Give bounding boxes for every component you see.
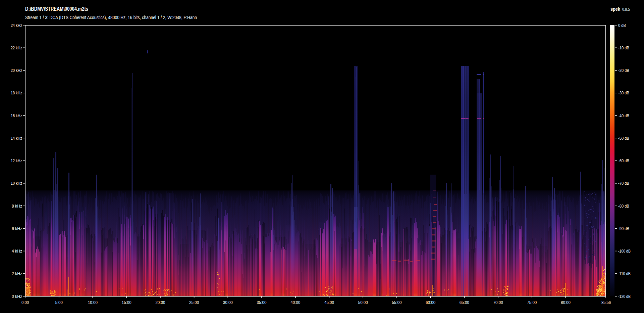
svg-text:22 kHz: 22 kHz — [11, 45, 22, 50]
svg-text:-100 dB: -100 dB — [618, 249, 631, 254]
svg-text:4 kHz: 4 kHz — [12, 249, 22, 254]
svg-text:35:00: 35:00 — [257, 300, 267, 305]
svg-text:20:00: 20:00 — [155, 300, 165, 305]
svg-text:24 kHz: 24 kHz — [11, 23, 22, 28]
svg-text:Stream 1 / 3: DCA (DTS Coheren: Stream 1 / 3: DCA (DTS Coherent Acoustic… — [25, 14, 197, 20]
svg-text:16 kHz: 16 kHz — [11, 113, 22, 118]
svg-text:spek: spek — [610, 6, 620, 12]
svg-text:2 kHz: 2 kHz — [12, 271, 22, 276]
svg-text:25:00: 25:00 — [189, 300, 199, 305]
svg-text:10 kHz: 10 kHz — [11, 181, 22, 186]
svg-text:5:00: 5:00 — [55, 300, 63, 305]
svg-text:12 kHz: 12 kHz — [11, 158, 22, 163]
svg-text:45:00: 45:00 — [324, 300, 334, 305]
svg-text:-90 dB: -90 dB — [618, 226, 629, 231]
svg-text:-70 dB: -70 dB — [618, 181, 629, 186]
svg-text:50:00: 50:00 — [358, 300, 368, 305]
svg-text:40:00: 40:00 — [290, 300, 300, 305]
svg-text:-120 dB: -120 dB — [618, 294, 631, 299]
svg-text:8 kHz: 8 kHz — [12, 204, 22, 209]
svg-text:85:56: 85:56 — [601, 300, 611, 305]
svg-text:-60 dB: -60 dB — [618, 158, 629, 163]
svg-text:-50 dB: -50 dB — [618, 136, 629, 141]
svg-text:18 kHz: 18 kHz — [11, 90, 22, 95]
svg-text:-80 dB: -80 dB — [618, 204, 629, 209]
svg-text:10:00: 10:00 — [88, 300, 98, 305]
svg-text:20 kHz: 20 kHz — [11, 68, 22, 73]
svg-text:-20 dB: -20 dB — [618, 68, 629, 73]
svg-text:70:00: 70:00 — [493, 300, 503, 305]
svg-text:65:00: 65:00 — [460, 300, 469, 305]
svg-text:D:\BDMV\STREAM\00004.m2ts: D:\BDMV\STREAM\00004.m2ts — [25, 6, 88, 12]
svg-text:30:00: 30:00 — [223, 300, 233, 305]
svg-text:75:00: 75:00 — [527, 300, 537, 305]
svg-text:-40 dB: -40 dB — [618, 113, 629, 118]
svg-text:6 kHz: 6 kHz — [12, 226, 22, 231]
svg-text:14 kHz: 14 kHz — [11, 136, 22, 141]
svg-text:15:00: 15:00 — [122, 300, 131, 305]
svg-text:55:00: 55:00 — [392, 300, 401, 305]
svg-text:0 dB: 0 dB — [618, 23, 626, 28]
svg-text:0 kHz: 0 kHz — [12, 294, 22, 299]
svg-text:80:00: 80:00 — [561, 300, 571, 305]
svg-text:-110 dB: -110 dB — [618, 271, 631, 276]
svg-text:-30 dB: -30 dB — [618, 90, 629, 95]
svg-text:-10 dB: -10 dB — [618, 45, 629, 50]
svg-text:60:00: 60:00 — [426, 300, 435, 305]
svg-text:0:00: 0:00 — [21, 300, 29, 305]
svg-text:0.8.5: 0.8.5 — [622, 7, 630, 12]
